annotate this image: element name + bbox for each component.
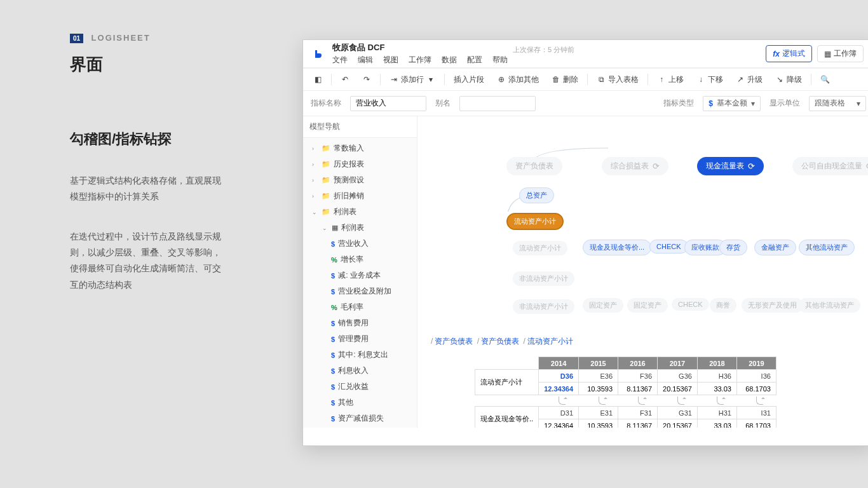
tree-metric-item[interactable]: %毛利率 bbox=[303, 299, 417, 315]
grid-cell[interactable]: G31 bbox=[658, 407, 698, 419]
node-ghost[interactable]: 非流动资产小计 bbox=[513, 299, 574, 314]
upgrade-button[interactable]: ↗升级 bbox=[732, 72, 766, 87]
grid-cell[interactable]: 33.03 bbox=[697, 419, 736, 428]
grid-cell[interactable]: F31 bbox=[618, 407, 658, 419]
menu-help[interactable]: 帮助 bbox=[492, 55, 508, 65]
menu-workbook[interactable]: 工作簿 bbox=[409, 55, 431, 65]
node-leaf[interactable]: 其他流动资产 bbox=[799, 240, 855, 255]
node-ghost[interactable]: 非流动资产小计 bbox=[513, 271, 574, 286]
node-leaf[interactable]: 存货 bbox=[719, 240, 747, 255]
node-ghost-leaf[interactable]: 固定资产 bbox=[627, 298, 668, 313]
grid-cell[interactable]: 33.03 bbox=[697, 383, 736, 395]
grid-cell[interactable]: H36 bbox=[697, 370, 736, 383]
node-ghost-leaf[interactable]: 商誉 bbox=[710, 298, 736, 313]
tree-metric-item[interactable]: $营业收入 bbox=[303, 236, 417, 252]
sidebar-title: 模型导航 bbox=[303, 116, 417, 138]
move-down-button[interactable]: ↓下移 bbox=[693, 72, 727, 87]
dollar-icon: $ bbox=[331, 288, 335, 295]
dollar-icon: $ bbox=[331, 367, 335, 375]
tree-metric-item[interactable]: %增长率 bbox=[303, 252, 417, 268]
redo-button[interactable]: ↷ bbox=[358, 73, 375, 86]
tree-metric-item[interactable]: $销售费用 bbox=[303, 315, 417, 331]
tree-metric-item[interactable]: $其中: 利息支出 bbox=[303, 347, 417, 363]
node-ghost-fcf[interactable]: 公司自由现金流量⟳ bbox=[792, 157, 868, 175]
tree-metric-item[interactable]: $其他 bbox=[303, 395, 417, 410]
node-total-assets[interactable]: 总资产 bbox=[519, 187, 554, 203]
tree-metric-item[interactable]: $减: 业务成本 bbox=[303, 268, 417, 283]
node-ghost[interactable]: 流动资产小计 bbox=[513, 241, 567, 255]
metric-type-select[interactable]: $基本金额▾ bbox=[703, 96, 761, 111]
diagram-canvas[interactable]: 资产负债表 综合损益表⟳ 现金流量表⟳ 公司自由现金流量⟳ 总资产 流动资产小计… bbox=[417, 116, 868, 428]
node-leaf[interactable]: CHECK bbox=[649, 240, 688, 254]
tree-metric-item[interactable]: $营业税金及附加 bbox=[303, 283, 417, 299]
grid-cell[interactable]: G36 bbox=[658, 370, 698, 383]
grid-cell[interactable]: 20.15367 bbox=[658, 419, 698, 428]
search-button[interactable]: 🔍 bbox=[817, 73, 833, 86]
node-ghost-leaf[interactable]: 固定资产 bbox=[583, 298, 623, 313]
node-ghost-leaf[interactable]: CHECK bbox=[672, 298, 709, 311]
undo-button[interactable]: ↶ bbox=[337, 73, 353, 86]
grid-cell[interactable]: H31 bbox=[697, 407, 736, 419]
display-unit-select[interactable]: 跟随表格▾ bbox=[809, 96, 866, 111]
tree-folder[interactable]: ›📁折旧摊销 bbox=[303, 188, 417, 204]
grid-cell[interactable]: E31 bbox=[579, 407, 618, 419]
menu-edit[interactable]: 编辑 bbox=[358, 55, 373, 65]
grid-cell[interactable]: D36 bbox=[539, 370, 579, 383]
breadcrumb-item[interactable]: 资产负债表 bbox=[481, 337, 519, 346]
grid-cell[interactable]: 68.1703 bbox=[736, 383, 776, 395]
grid-cell[interactable]: F36 bbox=[618, 370, 658, 383]
grid-cell[interactable]: 10.3593 bbox=[579, 383, 618, 395]
workbook-mode-button[interactable]: ▦工作簿 bbox=[817, 45, 864, 62]
tree-folder-expanded[interactable]: ⌄📁利润表 bbox=[303, 204, 417, 220]
grid-cell[interactable]: I36 bbox=[736, 370, 776, 383]
tree-metric-item[interactable]: $汇兑收益 bbox=[303, 379, 417, 395]
node-leaf[interactable]: 现金及现金等价... bbox=[583, 240, 651, 255]
node-cashflow[interactable]: 现金流量表⟳ bbox=[697, 157, 764, 175]
menu-data[interactable]: 数据 bbox=[442, 55, 457, 65]
menu-file[interactable]: 文件 bbox=[332, 55, 348, 65]
logic-mode-button[interactable]: fx逻辑式 bbox=[766, 45, 812, 62]
panel-toggle-button[interactable]: ◧ bbox=[309, 73, 326, 86]
tree-folder[interactable]: ›📁常数输入 bbox=[303, 140, 417, 156]
breadcrumb-item[interactable]: 资产负债表 bbox=[435, 337, 473, 346]
import-icon: ⧉ bbox=[597, 75, 606, 84]
grid-cell[interactable]: 10.3593 bbox=[579, 419, 618, 428]
import-table-button[interactable]: ⧉导入表格 bbox=[593, 72, 642, 87]
grid-cell[interactable]: I31 bbox=[736, 407, 776, 419]
move-up-button[interactable]: ↑上移 bbox=[653, 72, 688, 87]
tree-folder[interactable]: ›📁历史报表 bbox=[303, 156, 417, 172]
tree-metric-item[interactable]: $加: 公允价值变动收益 bbox=[303, 426, 417, 428]
grid-cell[interactable]: 68.1703 bbox=[736, 419, 776, 428]
grid-cell[interactable]: 8.11367 bbox=[618, 419, 658, 428]
downgrade-button[interactable]: ↘降级 bbox=[771, 72, 806, 87]
grid-cell[interactable]: 8.11367 bbox=[618, 383, 658, 395]
node-ghost-bs[interactable]: 资产负债表 bbox=[506, 157, 562, 175]
grid-cell[interactable]: 20.15367 bbox=[658, 383, 698, 395]
alias-input[interactable] bbox=[459, 96, 536, 111]
insert-segment-button[interactable]: 插入片段 bbox=[450, 72, 488, 87]
breadcrumb-item[interactable]: 流动资产小计 bbox=[527, 337, 573, 346]
node-current-subtotal[interactable]: 流动资产小计 bbox=[506, 213, 564, 230]
grid-cell[interactable]: 12.34364 bbox=[539, 383, 579, 395]
tree-metric-item[interactable]: $资产减值损失 bbox=[303, 410, 417, 426]
node-ghost-leaf[interactable]: 其他非流动资产 bbox=[799, 298, 860, 313]
menu-config[interactable]: 配置 bbox=[467, 55, 482, 65]
dollar-icon: $ bbox=[331, 399, 335, 407]
node-ghost-ci[interactable]: 综合损益表⟳ bbox=[602, 157, 668, 175]
node-leaf[interactable]: 金融资产 bbox=[754, 240, 796, 255]
add-other-button[interactable]: ⊕添加其他 bbox=[493, 72, 543, 87]
tree-metric-item[interactable]: $管理费用 bbox=[303, 331, 417, 347]
grid-cell[interactable]: 12.34364 bbox=[539, 419, 579, 428]
grid-cell[interactable]: E36 bbox=[579, 370, 618, 383]
node-ghost-leaf[interactable]: 无形资产及使用 bbox=[742, 298, 803, 313]
tree-folder[interactable]: ›📁预测假设 bbox=[303, 172, 417, 188]
menu-view[interactable]: 视图 bbox=[383, 55, 398, 65]
tree-metric-item[interactable]: $利息收入 bbox=[303, 363, 417, 379]
data-grid[interactable]: 201420152016201720182019 流动资产小计D36E36F36… bbox=[475, 356, 776, 428]
delete-button[interactable]: 🗑删除 bbox=[548, 72, 582, 87]
add-row-button[interactable]: ⇥添加行▾ bbox=[386, 72, 439, 87]
grid-cell[interactable]: D31 bbox=[539, 407, 579, 419]
metric-name-input[interactable] bbox=[350, 96, 426, 111]
year-header: 2019 bbox=[736, 357, 776, 370]
tree-table[interactable]: ⌄▦利润表 bbox=[303, 220, 417, 236]
